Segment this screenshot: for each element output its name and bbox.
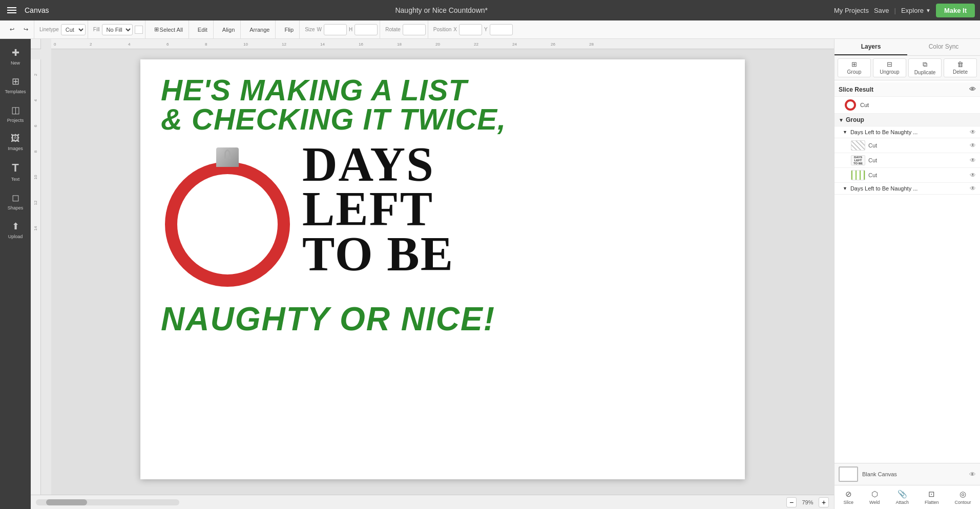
svg-text:24: 24: [512, 42, 517, 47]
height-input[interactable]: [355, 24, 378, 35]
sub-layer-1-eye-icon[interactable]: 👁: [970, 142, 976, 149]
sidebar-item-text[interactable]: T Text: [0, 157, 31, 186]
ungroup-button[interactable]: ⊟ Ungroup: [873, 58, 906, 77]
arrange-button[interactable]: Arrange: [246, 25, 273, 35]
svg-text:20: 20: [435, 42, 440, 47]
app-title: Canvas: [25, 6, 49, 14]
duplicate-button[interactable]: ⧉ Duplicate: [908, 58, 942, 77]
slice-tool-button[interactable]: ⊘ Slice: [842, 488, 856, 506]
y-input[interactable]: [490, 24, 513, 35]
canvas-eye-icon[interactable]: 👁: [969, 471, 976, 478]
fill-group: Fill No Fill: [91, 20, 145, 38]
tab-layers[interactable]: Layers: [835, 39, 907, 55]
flatten-tool-icon: ⊡: [928, 490, 935, 499]
group-collapse-icon: ▼: [839, 117, 844, 123]
panel-tools: ⊘ Slice ⬡ Weld 📎 Attach ⊡ Flatten ◎ Cont…: [835, 485, 980, 509]
slice-result-eye-icon[interactable]: 👁: [969, 86, 976, 93]
select-all-group: ⊞ Select All: [149, 20, 189, 38]
zoom-control: − 79% +: [786, 497, 829, 507]
sub-layer-2[interactable]: DAYSLEFTTO BE Cut 👁: [835, 153, 980, 168]
svg-text:4: 4: [33, 99, 38, 101]
menu-button[interactable]: [5, 5, 18, 15]
sub-layer-3-eye-icon[interactable]: 👁: [970, 172, 976, 179]
flatten-tool-button[interactable]: ⊡ Flatten: [923, 488, 941, 506]
edit-button[interactable]: Edit: [194, 25, 211, 35]
edit-group: Edit: [192, 20, 214, 38]
explore-button[interactable]: Explore ▼: [901, 7, 931, 14]
align-button[interactable]: Align: [219, 25, 238, 35]
group-section: ▼ Group ▼ Days Left to Be Naughty ... 👁 …: [835, 114, 980, 195]
group-header[interactable]: ▼ Group: [835, 114, 980, 126]
projects-icon: ◫: [11, 104, 20, 116]
svg-text:26: 26: [551, 42, 555, 47]
upload-icon: ⬆: [12, 221, 19, 232]
item1-collapse-icon: ▼: [843, 130, 847, 135]
ruler-left: 2 4 6 8 10 12 14: [31, 59, 41, 495]
sidebar-item-shapes[interactable]: ◻ Shapes: [0, 188, 31, 215]
svg-text:16: 16: [359, 42, 363, 47]
ornament: [161, 147, 294, 296]
sub-layer-1[interactable]: Cut 👁: [835, 138, 980, 153]
top-bar: Canvas Naughty or Nice Countdown* My Pro…: [0, 0, 980, 20]
undo-button[interactable]: ↩: [6, 24, 18, 35]
svg-text:8: 8: [205, 42, 207, 47]
canvas-thumb: [839, 466, 858, 482]
item2-name: Days Left to Be Naughty ...: [850, 185, 968, 192]
sidebar-item-new[interactable]: ✚ New: [0, 43, 31, 70]
days-left-text: Days Left To Be: [302, 142, 454, 277]
sidebar-item-images[interactable]: 🖼 Images: [0, 129, 31, 155]
group-item-1[interactable]: ▼ Days Left to Be Naughty ... 👁: [835, 126, 980, 138]
stripe2-thumb: [851, 170, 865, 180]
templates-icon: ⊞: [12, 76, 19, 87]
tab-colorsync[interactable]: Color Sync: [907, 39, 980, 55]
group-item-2[interactable]: ▼ Days Left to Be Naughty ... 👁: [835, 183, 980, 195]
new-icon: ✚: [12, 47, 19, 58]
sub-layer-3[interactable]: Cut 👁: [835, 168, 980, 183]
slice-cut-item[interactable]: Cut: [835, 97, 980, 114]
svg-text:10: 10: [243, 42, 248, 47]
item1-eye-icon[interactable]: 👁: [970, 129, 976, 136]
item2-eye-icon[interactable]: 👁: [970, 185, 976, 192]
sidebar-item-upload[interactable]: ⬆ Upload: [0, 217, 31, 243]
sidebar-item-templates[interactable]: ⊞ Templates: [0, 72, 31, 98]
svg-text:12: 12: [282, 42, 286, 47]
circle-thumb: [845, 99, 856, 111]
main-area: ✚ New ⊞ Templates ◫ Projects 🖼 Images T …: [0, 39, 980, 509]
contour-tool-button[interactable]: ◎ Contour: [952, 488, 973, 506]
linetype-select[interactable]: Cut: [61, 24, 86, 35]
svg-text:22: 22: [474, 42, 478, 47]
zoom-out-button[interactable]: −: [786, 497, 797, 507]
align-group: Align: [217, 20, 241, 38]
rotate-input[interactable]: [403, 24, 426, 35]
zoom-value: 79%: [799, 499, 817, 505]
group-button[interactable]: ⊞ Group: [838, 58, 871, 77]
zoom-in-button[interactable]: +: [819, 497, 829, 507]
delete-button[interactable]: 🗑 Delete: [944, 58, 977, 77]
canvas-scroll[interactable]: He's Making a List & Checking it Twice,: [51, 49, 834, 495]
x-input[interactable]: [459, 24, 482, 35]
myprojects-button[interactable]: My Projects: [834, 7, 869, 14]
left-sidebar: ✚ New ⊞ Templates ◫ Projects 🖼 Images T …: [0, 39, 31, 509]
sub-layer-3-label: Cut: [868, 172, 877, 178]
flip-button[interactable]: Flip: [281, 25, 297, 35]
save-button[interactable]: Save: [874, 7, 889, 14]
arrange-group: Arrange: [244, 20, 276, 38]
svg-text:8: 8: [33, 150, 38, 153]
canvas-content: He's Making a List & Checking it Twice,: [140, 59, 745, 479]
fill-color-swatch[interactable]: [135, 26, 143, 34]
sub-layer-2-eye-icon[interactable]: 👁: [970, 157, 976, 164]
makeit-button[interactable]: Make It: [936, 4, 975, 17]
fill-select[interactable]: No Fill: [102, 24, 133, 35]
select-all-button[interactable]: ⊞ Select All: [151, 24, 186, 35]
svg-text:14: 14: [33, 226, 38, 230]
right-panel: Layers Color Sync ⊞ Group ⊟ Ungroup ⧉ Du…: [834, 39, 980, 509]
width-input[interactable]: [324, 24, 347, 35]
layers-list: Slice Result 👁 Cut ▼ Group: [835, 80, 980, 463]
attach-tool-button[interactable]: 📎 Attach: [893, 488, 911, 506]
text-line1: He's Making a List: [161, 75, 724, 106]
slice-cut-label: Cut: [860, 102, 869, 108]
redo-button[interactable]: ↪: [20, 24, 32, 35]
text-line2: & Checking it Twice,: [161, 104, 724, 135]
sidebar-item-projects[interactable]: ◫ Projects: [0, 100, 31, 127]
weld-tool-button[interactable]: ⬡ Weld: [867, 488, 882, 506]
